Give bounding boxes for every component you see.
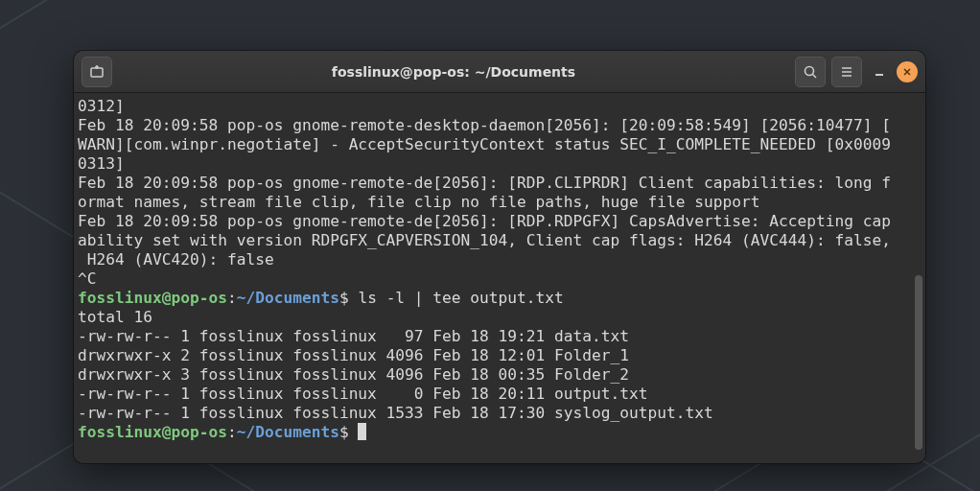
menu-button[interactable] <box>831 57 862 87</box>
svg-rect-1 <box>91 68 103 77</box>
terminal-window: fosslinux@pop-os: ~/Documents <box>74 51 925 463</box>
output-line: drwxrwxr-x 2 fosslinux fosslinux 4096 Fe… <box>78 346 629 364</box>
terminal-cursor <box>358 423 366 440</box>
prompt-dollar: $ <box>339 289 359 307</box>
log-line: Feb 18 20:09:58 pop-os gnome-remote-de[2… <box>78 174 891 192</box>
close-icon <box>902 67 912 77</box>
command-text: ls -l | tee output.txt <box>358 289 563 307</box>
log-line: ormat names, stream file clip, file clip… <box>78 193 759 211</box>
log-line: Feb 18 20:09:58 pop-os gnome-remote-de[2… <box>78 212 891 230</box>
window-title: fosslinux@pop-os: ~/Documents <box>118 64 789 80</box>
output-line: drwxrwxr-x 3 fosslinux fosslinux 4096 Fe… <box>78 365 629 384</box>
terminal-output: 0312] Feb 18 20:09:58 pop-os gnome-remot… <box>78 97 922 442</box>
minimize-button[interactable] <box>868 60 891 83</box>
prompt-user-host: fosslinux@pop-os <box>78 423 227 441</box>
log-line: ^C <box>78 269 97 288</box>
minimize-icon <box>873 65 886 79</box>
log-line: H264 (AVC420): false <box>78 250 274 269</box>
prompt-path: ~/Documents <box>237 289 339 307</box>
log-line: Feb 18 20:09:58 pop-os gnome-remote-desk… <box>78 116 891 134</box>
output-line: -rw-rw-r-- 1 fosslinux fosslinux 1533 Fe… <box>78 404 713 422</box>
search-icon <box>803 64 818 80</box>
log-line: WARN][com.winpr.negotiate] - AcceptSecur… <box>78 135 891 153</box>
new-tab-icon <box>89 64 105 80</box>
output-line: -rw-rw-r-- 1 fosslinux fosslinux 0 Feb 1… <box>78 385 648 403</box>
log-line: 0312] <box>78 97 125 115</box>
prompt-sep: : <box>227 289 237 307</box>
scrollbar-thumb[interactable] <box>915 275 922 450</box>
svg-point-2 <box>805 66 814 75</box>
hamburger-icon <box>839 64 854 80</box>
titlebar: fosslinux@pop-os: ~/Documents <box>74 51 925 93</box>
close-button[interactable] <box>897 61 918 82</box>
prompt-user-host: fosslinux@pop-os <box>78 289 227 307</box>
prompt-sep: : <box>227 423 237 441</box>
prompt-dollar: $ <box>339 423 359 441</box>
log-line: ability set with version RDPGFX_CAPVERSI… <box>78 231 891 249</box>
output-line: total 16 <box>78 308 152 326</box>
output-line: -rw-rw-r-- 1 fosslinux fosslinux 97 Feb … <box>78 327 629 345</box>
log-line: 0313] <box>78 154 125 173</box>
terminal-body[interactable]: 0312] Feb 18 20:09:58 pop-os gnome-remot… <box>74 93 925 463</box>
prompt-path: ~/Documents <box>237 423 339 441</box>
search-button[interactable] <box>795 57 826 87</box>
new-tab-button[interactable] <box>82 57 112 87</box>
